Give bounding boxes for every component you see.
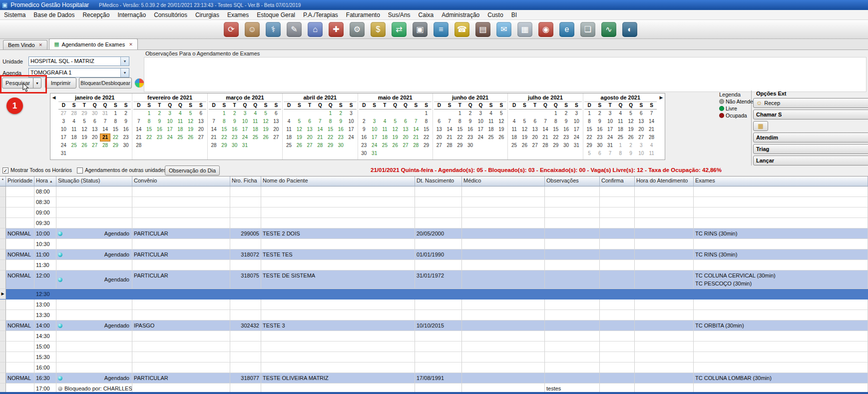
option-button-chamar-s[interactable]: Chamar S bbox=[753, 110, 868, 120]
calendar-day[interactable]: 23 bbox=[229, 134, 240, 142]
calendar-day[interactable]: 27 bbox=[434, 142, 444, 150]
grid-header-exames[interactable]: Exames bbox=[694, 176, 868, 186]
calendar-day[interactable]: 3 bbox=[165, 110, 175, 118]
calendar-day[interactable]: 14 bbox=[100, 126, 110, 134]
calendar-day[interactable]: 21 bbox=[411, 134, 421, 142]
calendar-day[interactable]: 30 bbox=[561, 142, 571, 150]
calendar-day[interactable]: 8 bbox=[615, 150, 626, 158]
menu-item-base-de-dados[interactable]: Base de Dados bbox=[29, 10, 78, 20]
calendar-day[interactable]: 5 bbox=[261, 110, 271, 118]
calendar-day[interactable]: 17 bbox=[165, 126, 175, 134]
calendar-day[interactable]: 18 bbox=[615, 126, 626, 134]
calendar-day[interactable]: 6 bbox=[89, 118, 100, 126]
grid-row-14-00[interactable]: NORMAL14:00AgendadoIPASGO302432TESTE 310… bbox=[0, 320, 868, 331]
calendar-day[interactable]: 17 bbox=[58, 134, 69, 142]
calendar-day[interactable]: 26 bbox=[519, 142, 530, 150]
calendar-day[interactable]: 21 bbox=[209, 134, 219, 142]
grid-header-convenio[interactable]: Convênio bbox=[132, 176, 230, 186]
calendar-day[interactable]: 26 bbox=[261, 134, 271, 142]
menu-item-cirurgias[interactable]: Cirurgias bbox=[191, 10, 223, 20]
calendar-day[interactable]: 17 bbox=[346, 126, 357, 134]
calendar-day[interactable]: 12 bbox=[294, 126, 305, 134]
calendar-day[interactable]: 30 bbox=[359, 150, 370, 158]
calendar-day[interactable]: 20 bbox=[401, 134, 411, 142]
grid-row-08-30[interactable]: 08:30 bbox=[0, 197, 868, 208]
calendar-day[interactable]: 4 bbox=[250, 110, 261, 118]
calendar-day[interactable]: 26 bbox=[185, 134, 196, 142]
calendar-day[interactable]: 5 bbox=[294, 118, 305, 126]
option-button-lancar[interactable]: Lançar bbox=[753, 156, 868, 166]
calendar-day[interactable]: 10 bbox=[475, 118, 486, 126]
calendar-day[interactable]: 26 bbox=[390, 142, 401, 150]
calendar-day[interactable]: 18 bbox=[175, 126, 185, 134]
other-units-label[interactable]: Agendamentos de outras unidades bbox=[85, 167, 166, 173]
calendar-day[interactable]: 29 bbox=[421, 142, 432, 150]
sync-globe-icon[interactable]: ⟳ bbox=[224, 22, 239, 37]
bloquear-desbloquear-button[interactable]: Bloquear/Desbloquear bbox=[79, 78, 132, 88]
server-sync-icon[interactable]: ≡ bbox=[434, 22, 448, 37]
show-all-hours-label[interactable]: Mostrar Todos os Horários bbox=[10, 167, 72, 173]
calendar-day[interactable]: 6 bbox=[196, 110, 206, 118]
calendar-day[interactable]: 7 bbox=[605, 150, 615, 158]
calendar-day[interactable]: 13 bbox=[271, 118, 281, 126]
calendar-day[interactable]: 21 bbox=[100, 134, 110, 142]
grid-row-09-00[interactable]: 09:00 bbox=[0, 208, 868, 218]
calendar-day[interactable]: 2 bbox=[561, 110, 571, 118]
chat-icon[interactable]: ✉ bbox=[496, 22, 511, 37]
patients-icon[interactable]: ☺ bbox=[245, 22, 260, 37]
calendar-day[interactable]: 4 bbox=[380, 118, 390, 126]
calendar-day[interactable]: 17 bbox=[240, 126, 250, 134]
grid-row-10-30[interactable]: 10:30 bbox=[0, 239, 868, 250]
calendar-day[interactable]: 29 bbox=[584, 142, 595, 150]
calendar-day[interactable]: 16 bbox=[121, 126, 131, 134]
calendar-day[interactable]: 15 bbox=[219, 126, 230, 134]
calendar-day[interactable]: 6 bbox=[434, 118, 444, 126]
calendar-day[interactable]: 11 bbox=[509, 126, 519, 134]
calendar-day[interactable]: 1 bbox=[584, 110, 595, 118]
calendar-day[interactable]: 28 bbox=[209, 142, 219, 150]
calendar-day[interactable]: 3 bbox=[636, 142, 646, 150]
calendar-day[interactable]: 8 bbox=[144, 118, 154, 126]
calendar-day[interactable]: 25 bbox=[284, 142, 294, 150]
calendar-day[interactable]: 19 bbox=[496, 126, 506, 134]
calendar-day[interactable]: 17 bbox=[605, 126, 615, 134]
dropdown-arrow-icon[interactable]: ▼ bbox=[120, 68, 129, 77]
calendar-day[interactable]: 8 bbox=[584, 118, 595, 126]
calendar-day[interactable]: 29 bbox=[454, 142, 465, 150]
calendar-day[interactable]: 25 bbox=[615, 134, 626, 142]
calendar-day[interactable]: 1 bbox=[219, 110, 230, 118]
calendar-day[interactable]: 14 bbox=[444, 126, 455, 134]
calendar-day[interactable]: 30 bbox=[465, 142, 475, 150]
calendar-day[interactable]: 5 bbox=[584, 150, 595, 158]
calendar-day[interactable]: 30 bbox=[594, 142, 605, 150]
calendar-day[interactable]: 10 bbox=[605, 118, 615, 126]
calendar-day[interactable]: 2 bbox=[594, 110, 605, 118]
calendar-day[interactable]: 3 bbox=[58, 118, 69, 126]
finance-transfer-icon[interactable]: ⇄ bbox=[392, 22, 407, 37]
calendar-day[interactable]: 27 bbox=[58, 110, 69, 118]
calendar-day[interactable]: 11 bbox=[646, 150, 657, 158]
tab-agendamento-de-exames[interactable]: ▦Agendamento de Exames✕ bbox=[49, 38, 138, 50]
calendar-day[interactable]: 1 bbox=[325, 110, 336, 118]
calendar-day[interactable]: 21 bbox=[133, 134, 144, 142]
grid-row-15-00[interactable]: 15:00 bbox=[0, 342, 868, 352]
calendar-day[interactable]: 18 bbox=[509, 134, 519, 142]
calendar-day[interactable]: 2 bbox=[336, 110, 346, 118]
calendar-day[interactable]: 10 bbox=[636, 150, 646, 158]
calendar-day[interactable]: 19 bbox=[185, 126, 196, 134]
calendar-day[interactable]: 8 bbox=[325, 118, 336, 126]
calendar-day[interactable]: 9 bbox=[626, 150, 636, 158]
calendar-day[interactable]: 27 bbox=[530, 142, 540, 150]
calendar-day[interactable]: 13 bbox=[89, 126, 100, 134]
menu-item-bi[interactable]: BI bbox=[507, 10, 521, 20]
menu-item-custo[interactable]: Custo bbox=[483, 10, 507, 20]
calendar-day[interactable]: 29 bbox=[79, 110, 90, 118]
calendar-day[interactable]: 16 bbox=[561, 126, 571, 134]
calendar-day[interactable]: 28 bbox=[444, 142, 455, 150]
calendar-day[interactable]: 11 bbox=[69, 126, 79, 134]
calendar-day[interactable]: 16 bbox=[229, 126, 240, 134]
calendar-day[interactable]: 3 bbox=[571, 110, 582, 118]
menu-item-sistema[interactable]: Sistema bbox=[0, 10, 29, 20]
grid-row-14-30[interactable]: 14:30 bbox=[0, 331, 868, 342]
calendar-day[interactable]: 6 bbox=[271, 110, 281, 118]
